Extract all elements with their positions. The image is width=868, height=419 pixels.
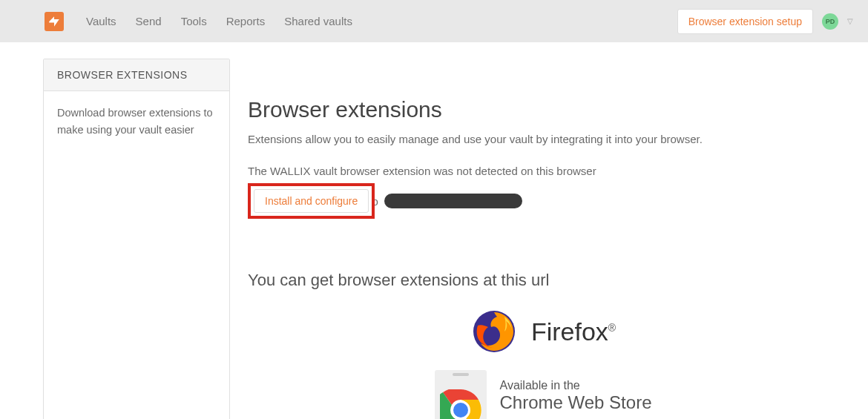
install-button-highlight: Install and configure bbox=[248, 183, 375, 219]
chrome-icon bbox=[440, 389, 481, 419]
chevron-down-icon[interactable]: ▽ bbox=[847, 17, 853, 25]
install-row: Install and configure to bbox=[248, 183, 838, 219]
firefox-icon bbox=[470, 308, 518, 355]
firefox-store-link[interactable]: Firefox® bbox=[248, 308, 838, 355]
page-subtitle: Extensions allow you to easily manage an… bbox=[248, 133, 838, 145]
store-url-heading: You can get browser extensions at this u… bbox=[248, 271, 838, 290]
detect-status-text: The WALLIX vault browser extension was n… bbox=[248, 165, 838, 177]
redacted-text bbox=[384, 194, 522, 208]
chrome-badge-notch bbox=[453, 373, 469, 376]
chrome-line1: Available in the bbox=[500, 379, 652, 392]
chrome-line2: Chrome Web Store bbox=[500, 392, 652, 413]
top-bar: Vaults Send Tools Reports Shared vaults … bbox=[0, 0, 868, 42]
chrome-store-text: Available in the Chrome Web Store bbox=[500, 379, 652, 413]
nav-tools[interactable]: Tools bbox=[181, 15, 207, 27]
nav-send[interactable]: Send bbox=[136, 15, 162, 27]
chrome-store-link[interactable]: Available in the Chrome Web Store bbox=[248, 370, 838, 419]
svg-point-3 bbox=[453, 403, 468, 418]
sidebar-header: BROWSER EXTENSIONS bbox=[44, 59, 229, 91]
sidebar: BROWSER EXTENSIONS Download browser exte… bbox=[43, 59, 230, 419]
avatar[interactable]: PD bbox=[822, 13, 838, 30]
logo-icon bbox=[47, 15, 61, 28]
nav-shared-vaults[interactable]: Shared vaults bbox=[284, 15, 352, 27]
nav-links: Vaults Send Tools Reports Shared vaults bbox=[86, 15, 677, 27]
main-content: Browser extensions Extensions allow you … bbox=[248, 59, 868, 419]
install-configure-button[interactable]: Install and configure bbox=[254, 189, 369, 213]
firefox-label: Firefox® bbox=[531, 317, 616, 346]
nav-reports[interactable]: Reports bbox=[226, 15, 266, 27]
app-logo[interactable] bbox=[45, 12, 64, 31]
sidebar-body: Download browser extensions to make usin… bbox=[44, 91, 229, 152]
page-title: Browser extensions bbox=[248, 97, 838, 122]
nav-vaults[interactable]: Vaults bbox=[86, 15, 116, 27]
browser-extension-setup-button[interactable]: Browser extension setup bbox=[677, 9, 813, 34]
top-right: Browser extension setup PD ▽ bbox=[677, 9, 853, 34]
chrome-badge bbox=[435, 370, 487, 419]
